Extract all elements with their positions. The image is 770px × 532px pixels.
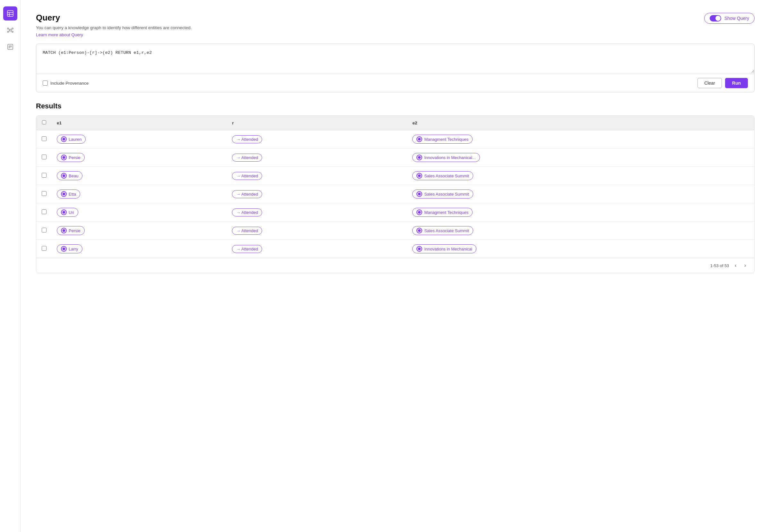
row-checkbox[interactable] — [42, 136, 47, 141]
entity-chip-e1: Uri — [57, 208, 78, 217]
edit-icon — [7, 44, 13, 50]
svg-point-5 — [7, 28, 9, 29]
relation-chip: → Attended — [232, 172, 262, 180]
entity-chip-label: Managment Techniques — [424, 210, 469, 215]
sidebar-item-edit[interactable] — [3, 40, 17, 54]
entity-chip-e2: Managment Techniques — [412, 208, 473, 217]
table-row: Persie→ AttendedSales Associate Summit — [36, 222, 754, 240]
svg-rect-0 — [7, 11, 13, 16]
page-description: You can query a knowledge graph to ident… — [36, 25, 192, 30]
relation-chip: → Attended — [232, 190, 262, 198]
clear-button[interactable]: Clear — [698, 78, 722, 88]
cell-r: → Attended — [227, 148, 407, 167]
table-footer: 1-53 of 53 ‹ › — [36, 258, 754, 273]
toggle-switch-icon — [710, 15, 721, 21]
cell-e2: Innovations in Mechanical — [407, 240, 754, 258]
table-row: Larry→ AttendedInnovations in Mechanical — [36, 240, 754, 258]
svg-point-4 — [9, 29, 11, 31]
entity-chip-label: Larry — [69, 247, 78, 251]
col-header-r: r — [227, 116, 407, 130]
entity-chip-label: Innovations in Mechanical... — [424, 155, 476, 160]
entity-chip-e1: Persie — [57, 226, 85, 235]
sidebar-item-graph[interactable] — [3, 23, 17, 37]
cell-e2: Sales Associate Summit — [407, 167, 754, 185]
entity-chip-e1: Lauren — [57, 135, 86, 144]
row-checkbox-cell — [36, 130, 52, 148]
col-header-checkbox — [36, 116, 52, 130]
entity-chip-icon — [61, 228, 67, 233]
row-checkbox[interactable] — [42, 246, 47, 251]
header-row: Query You can query a knowledge graph to… — [36, 13, 755, 37]
entity-chip-label: Uri — [69, 210, 74, 215]
results-table: e1 r e2 Lauren→ AttendedManagment Techni… — [36, 116, 754, 258]
cell-e1: Etta — [52, 185, 227, 203]
include-provenance-checkbox[interactable] — [43, 80, 48, 86]
entity-chip-label: Beau — [69, 173, 78, 178]
cell-e1: Persie — [52, 222, 227, 240]
row-checkbox[interactable] — [42, 155, 47, 159]
select-all-checkbox[interactable] — [42, 120, 46, 124]
entity-chip-icon — [417, 136, 422, 142]
table-row: Persie→ AttendedInnovations in Mechanica… — [36, 148, 754, 167]
pagination-next-button[interactable]: › — [742, 262, 748, 269]
query-actions: Clear Run — [698, 78, 748, 88]
entity-chip-icon — [417, 246, 422, 252]
cell-r: → Attended — [227, 185, 407, 203]
cell-r: → Attended — [227, 130, 407, 148]
row-checkbox[interactable] — [42, 173, 47, 178]
row-checkbox-cell — [36, 167, 52, 185]
row-checkbox[interactable] — [42, 209, 47, 214]
entity-chip-icon — [417, 155, 422, 160]
svg-point-7 — [7, 31, 9, 32]
main-content: Query You can query a knowledge graph to… — [21, 0, 770, 532]
sidebar-item-table[interactable] — [3, 6, 17, 21]
show-query-toggle[interactable]: Show Query — [704, 13, 755, 24]
row-checkbox-cell — [36, 222, 52, 240]
query-textarea[interactable] — [36, 44, 754, 73]
entity-chip-e2: Sales Associate Summit — [412, 190, 473, 198]
entity-chip-label: Persie — [69, 155, 80, 160]
cell-e2: Innovations in Mechanical... — [407, 148, 754, 167]
cell-r: → Attended — [227, 167, 407, 185]
cell-r: → Attended — [227, 240, 407, 258]
cell-r: → Attended — [227, 203, 407, 222]
entity-chip-e2: Innovations in Mechanical — [412, 244, 477, 253]
entity-chip-label: Managment Techniques — [424, 137, 469, 142]
entity-chip-e1: Beau — [57, 171, 82, 180]
entity-chip-label: Etta — [69, 192, 76, 197]
cell-e2: Sales Associate Summit — [407, 222, 754, 240]
include-provenance-label[interactable]: Include Provenance — [43, 80, 89, 86]
row-checkbox-cell — [36, 240, 52, 258]
entity-chip-label: Persie — [69, 228, 80, 233]
table-body: Lauren→ AttendedManagment TechniquesPers… — [36, 130, 754, 258]
entity-chip-e2: Sales Associate Summit — [412, 226, 473, 235]
entity-chip-label: Sales Associate Summit — [424, 228, 469, 233]
pagination-info: 1-53 of 53 — [710, 263, 729, 268]
entity-chip-icon — [417, 209, 422, 215]
relation-chip: → Attended — [232, 135, 262, 143]
row-checkbox[interactable] — [42, 191, 47, 196]
table-row: Beau→ AttendedSales Associate Summit — [36, 167, 754, 185]
cell-e2: Sales Associate Summit — [407, 185, 754, 203]
svg-point-6 — [12, 28, 13, 29]
entity-chip-icon — [61, 136, 67, 142]
results-table-wrapper: e1 r e2 Lauren→ AttendedManagment Techni… — [36, 115, 755, 273]
sidebar — [0, 0, 21, 532]
pagination-prev-button[interactable]: ‹ — [733, 262, 738, 269]
row-checkbox-cell — [36, 148, 52, 167]
run-button[interactable]: Run — [725, 78, 748, 88]
entity-chip-icon — [61, 246, 67, 252]
entity-chip-icon — [417, 191, 422, 197]
table-row: Uri→ AttendedManagment Techniques — [36, 203, 754, 222]
entity-chip-icon — [61, 191, 67, 197]
entity-chip-e2: Managment Techniques — [412, 135, 473, 144]
table-icon — [7, 10, 14, 17]
row-checkbox-cell — [36, 203, 52, 222]
entity-chip-label: Lauren — [69, 137, 81, 142]
entity-chip-label: Sales Associate Summit — [424, 192, 469, 197]
row-checkbox[interactable] — [42, 228, 47, 232]
entity-chip-icon — [61, 173, 67, 179]
entity-chip-e1: Persie — [57, 153, 85, 162]
entity-chip-icon — [417, 228, 422, 233]
learn-more-link[interactable]: Learn more about Query — [36, 32, 83, 37]
